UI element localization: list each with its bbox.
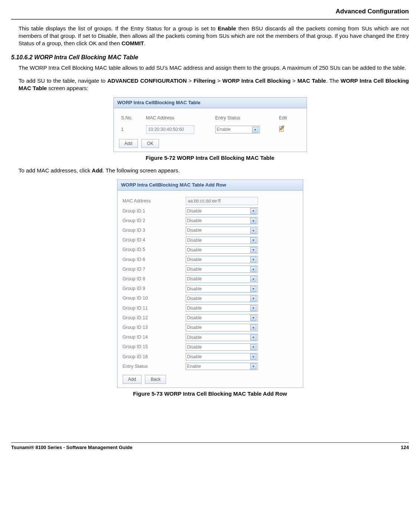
- group-id-select[interactable]: Disable▾: [186, 304, 258, 312]
- group-id-label: Group ID 2: [123, 218, 186, 224]
- group-id-select[interactable]: Disable▾: [186, 256, 258, 263]
- footer-page-number: 124: [401, 444, 409, 451]
- group-id-select[interactable]: Disable▾: [186, 237, 258, 244]
- form-row-group: Group ID 9Disable▾: [123, 284, 298, 294]
- entry-status-label: Entry Status: [123, 363, 186, 370]
- group-id-label: Group ID 6: [123, 257, 186, 263]
- section-name: WORP Intra Cell Blocking MAC Table: [34, 54, 138, 60]
- form-row-mac: MAC Address aa:bb:cc:dd:ee:ff: [123, 196, 298, 206]
- select-value: Disable: [187, 276, 202, 282]
- select-value: Disable: [187, 237, 202, 243]
- select-value: Disable: [187, 257, 202, 263]
- mac-table-add-panel: WORP Intra CellBlocking MAC Table Add Ro…: [117, 179, 303, 388]
- chevron-down-icon: ▾: [250, 324, 257, 330]
- chevron-down-icon: ▾: [250, 363, 257, 369]
- page-header-title: Advanced Configuration: [11, 7, 409, 16]
- group-id-select[interactable]: Disable▾: [186, 334, 258, 341]
- group-id-select[interactable]: Disable▾: [186, 275, 258, 283]
- form-row-group: Group ID 8Disable▾: [123, 274, 298, 284]
- chevron-down-icon: ▾: [250, 208, 257, 214]
- select-value: Disable: [187, 227, 202, 233]
- back-button[interactable]: Back: [145, 375, 166, 384]
- ok-button[interactable]: OK: [141, 139, 159, 148]
- sep: >: [291, 77, 297, 84]
- entry-status-select[interactable]: Enable ▾: [186, 363, 258, 370]
- chevron-down-icon: ▾: [250, 344, 257, 350]
- body-paragraph-1: The WORP Intra Cell Blocking MAC table a…: [19, 64, 409, 72]
- text: screen appears:: [47, 85, 88, 91]
- mac-address-label: MAC Address: [123, 198, 186, 204]
- nav-crumb: MAC Table: [297, 77, 326, 84]
- group-id-label: Group ID 7: [123, 266, 186, 273]
- chevron-down-icon: ▾: [250, 237, 257, 243]
- add-button[interactable]: Add: [119, 139, 138, 148]
- add-button[interactable]: Add: [123, 375, 142, 384]
- intro-paragraph: This table displays the list of groups. …: [19, 25, 409, 47]
- group-id-select[interactable]: Disable▾: [186, 227, 258, 234]
- nav-crumb: WORP Intra Cell Blocking: [222, 77, 291, 84]
- mac-address-input[interactable]: aa:bb:cc:dd:ee:ff: [186, 197, 258, 205]
- text: To add MAC addresses, click: [19, 167, 92, 174]
- chevron-down-icon: ▾: [250, 266, 257, 272]
- chevron-down-icon: ▾: [250, 305, 257, 311]
- text: This table displays the list of groups. …: [19, 25, 218, 32]
- group-id-select[interactable]: Disable▾: [186, 246, 258, 254]
- col-edit: Edit: [277, 113, 301, 124]
- entry-status-select[interactable]: Enable ▾: [215, 126, 260, 133]
- group-id-select[interactable]: Disable▾: [186, 343, 258, 351]
- form-row-group: Group ID 5Disable▾: [123, 245, 298, 255]
- group-id-select[interactable]: Disable▾: [186, 266, 258, 273]
- sep: >: [187, 77, 194, 84]
- group-id-label: Group ID 14: [123, 334, 186, 340]
- chevron-down-icon: ▾: [250, 257, 257, 263]
- text-bold: Add: [92, 167, 103, 174]
- select-value: Disable: [187, 286, 202, 292]
- group-id-select[interactable]: Disable▾: [186, 353, 258, 360]
- group-id-select[interactable]: Disable▾: [186, 295, 258, 302]
- figure-caption-2: Figure 5-73 WORP Intra Cell Blocking MAC…: [11, 390, 409, 398]
- chevron-down-icon: ▾: [250, 334, 257, 340]
- group-id-select[interactable]: Disable▾: [186, 324, 258, 331]
- group-id-select[interactable]: Disable▾: [186, 207, 258, 215]
- text-bold: Enable: [218, 25, 236, 32]
- sep: >: [215, 77, 222, 84]
- table-row: 1 10:20:30:40:50:60 Enable ▾: [119, 124, 301, 135]
- text-bold: COMMIT: [122, 40, 144, 46]
- chevron-down-icon: ▾: [250, 315, 257, 321]
- edit-icon[interactable]: [279, 126, 284, 132]
- col-mac: MAC Address: [144, 113, 213, 124]
- mac-input[interactable]: 10:20:30:40:50:60: [146, 125, 194, 133]
- text: .: [144, 40, 146, 46]
- select-value: Disable: [187, 305, 202, 311]
- form-row-group: Group ID 15Disable▾: [123, 342, 298, 352]
- form-row-group: Group ID 2Disable▾: [123, 216, 298, 225]
- form-row-group: Group ID 6Disable▾: [123, 255, 298, 264]
- section-number: 5.10.6.2: [11, 54, 33, 60]
- group-id-label: Group ID 5: [123, 247, 186, 253]
- mac-table: S.No. MAC Address Entry Status Edit 1 10…: [119, 113, 301, 135]
- select-value: Disable: [187, 315, 202, 321]
- chevron-down-icon: ▾: [250, 354, 257, 360]
- cell-sno: 1: [119, 124, 144, 135]
- group-id-label: Group ID 3: [123, 227, 186, 234]
- select-value: Enable: [187, 363, 201, 369]
- panel-title: WORP Intra CellBlocking MAC Table Add Ro…: [118, 180, 303, 191]
- col-sno: S.No.: [119, 113, 144, 124]
- group-id-select[interactable]: Disable▾: [186, 314, 258, 321]
- text: . The: [326, 77, 340, 84]
- select-value: Disable: [187, 247, 202, 253]
- group-id-label: Group ID 10: [123, 295, 186, 301]
- text: . The following screen appears.: [103, 167, 180, 174]
- group-id-select[interactable]: Disable▾: [186, 285, 258, 293]
- table-header-row: S.No. MAC Address Entry Status Edit: [119, 113, 301, 124]
- panel-title: WORP Intra CellBlocking MAC Table: [114, 98, 307, 108]
- form-row-group: Group ID 3Disable▾: [123, 225, 298, 235]
- chevron-down-icon: ▾: [250, 218, 257, 224]
- group-id-select[interactable]: Disable▾: [186, 217, 258, 224]
- footer-left: Tsunami® 8100 Series - Software Manageme…: [11, 444, 132, 451]
- nav-crumb: ADVANCED CONFIGURATION: [108, 77, 187, 84]
- form-row-group: Group ID 1Disable▾: [123, 206, 298, 216]
- select-value: Disable: [187, 266, 202, 272]
- header-rule: [11, 19, 409, 20]
- figure-caption-1: Figure 5-72 WORP Intra Cell Blocking MAC…: [11, 154, 409, 162]
